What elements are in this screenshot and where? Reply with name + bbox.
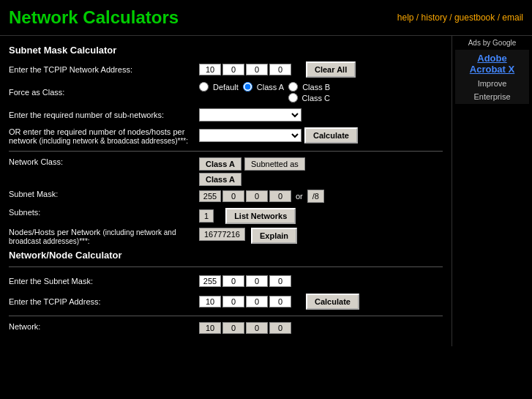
nn-subnet-octet1[interactable] <box>199 275 221 287</box>
nodes-hosts-result-row: Nodes/Hosts per Network (including netwo… <box>9 228 443 245</box>
ads-product-desc2: Enterprise <box>458 92 526 101</box>
subnet-octet2[interactable] <box>222 190 244 202</box>
class-default-radio[interactable] <box>199 82 209 92</box>
subnet-octet4[interactable] <box>269 190 291 202</box>
subnets-value: 1 <box>199 209 214 223</box>
network-class-value-row1: Class A Subnetted as <box>199 157 305 171</box>
app-title: Network Calculators <box>9 7 179 28</box>
network-class-value-row2: Class A <box>199 173 305 186</box>
net-octet4[interactable] <box>269 322 291 334</box>
calculate-button-nn[interactable]: Calculate <box>306 294 359 310</box>
subnet-octet1[interactable] <box>199 190 221 202</box>
history-link[interactable]: history <box>422 12 447 23</box>
class-radio-row2: Class C <box>199 93 330 102</box>
tcpip-octet3[interactable] <box>246 64 268 75</box>
force-class-label: Force as Class: <box>9 88 199 97</box>
tcpip-address-inputs <box>199 64 291 75</box>
header-nav: help / history / guestbook / email <box>397 12 523 23</box>
enter-tcpip-address-row: Enter the TCPIP Address: Calculate <box>9 294 443 310</box>
nn-subnet-octet2[interactable] <box>222 275 244 287</box>
tcpip-octet2[interactable] <box>222 64 244 75</box>
result-actions: List Networks <box>225 208 296 224</box>
main-container: Subnet Mask Calculator Enter the TCPIP N… <box>0 36 532 346</box>
help-link[interactable]: help <box>397 12 414 23</box>
network-class-label: Network Class: <box>9 157 199 166</box>
enter-subnet-mask-inputs <box>199 275 291 287</box>
net-octet1[interactable] <box>199 322 221 334</box>
network-result-inputs <box>199 322 291 334</box>
subnets-result-label: Subnets: <box>9 208 199 217</box>
enter-tcpip-address-inputs <box>199 296 291 307</box>
list-networks-button[interactable]: List Networks <box>225 208 296 224</box>
ads-content: AdobeAcrobat X Improve Enterprise <box>455 50 529 104</box>
enter-tcpip-address-label: Enter the TCPIP Address: <box>9 297 199 306</box>
force-class-row: Force as Class: Default Class A Class B … <box>9 82 443 102</box>
email-link[interactable]: email <box>502 12 523 23</box>
class-c-label: Class C <box>302 94 331 102</box>
nn-tcpip-octet3[interactable] <box>246 296 268 307</box>
class-default-label: Default <box>213 83 239 92</box>
nn-tcpip-octet4[interactable] <box>269 296 291 307</box>
tcpip-octet1[interactable] <box>199 64 221 75</box>
guestbook-link[interactable]: guestbook <box>454 12 495 23</box>
header: Network Calculators help / history / gue… <box>0 0 532 36</box>
tcpip-address-label: Enter the TCPIP Network Address: <box>9 65 199 74</box>
nodes-row: OR enter the required number of nodes/ho… <box>9 127 443 145</box>
net-octet2[interactable] <box>222 322 244 334</box>
sidebar: Ads by Google AdobeAcrobat X Improve Ent… <box>452 36 532 346</box>
subnets-select[interactable] <box>199 108 301 122</box>
explain-button[interactable]: Explain <box>251 228 297 244</box>
subnet-mask-inputs: or /8 <box>199 190 324 203</box>
clear-all-button[interactable]: Clear All <box>306 61 356 78</box>
nodes-hosts-result-label: Nodes/Hosts per Network (including netwo… <box>9 228 199 245</box>
nn-tcpip-octet1[interactable] <box>199 296 221 307</box>
subnets-row: Enter the required number of sub-network… <box>9 107 443 123</box>
nodes-hosts-value: 16777216 <box>199 228 245 241</box>
class-b-label: Class B <box>302 83 330 92</box>
nn-subnet-octet4[interactable] <box>269 275 291 287</box>
network-class-value1: Class A <box>199 157 241 171</box>
subnetted-as-label: Subnetted as <box>244 157 305 171</box>
network-class-result: Class A Subnetted as Class A <box>199 157 305 186</box>
subnet-octet3[interactable] <box>246 190 268 202</box>
divider2 <box>9 266 443 267</box>
class-c-radio[interactable] <box>288 93 298 102</box>
network-result-label: Network: <box>9 322 199 331</box>
class-a-label: Class A <box>257 83 284 92</box>
divider3 <box>9 316 443 316</box>
calculate-button-top[interactable]: Calculate <box>304 127 358 143</box>
enter-subnet-mask-row: Enter the Subnet Mask: <box>9 273 443 289</box>
class-a-radio[interactable] <box>243 82 252 92</box>
divider1 <box>9 151 443 152</box>
tcpip-octet4[interactable] <box>269 64 291 75</box>
subnet-mask-result-label: Subnet Mask: <box>9 190 199 198</box>
subnets-result-row: Subnets: 1 List Networks <box>9 208 443 224</box>
ads-product-link[interactable]: AdobeAcrobat X <box>458 53 526 75</box>
network-result-row: Network: <box>9 322 443 337</box>
nn-subnet-octet3[interactable] <box>246 275 268 287</box>
class-radio-group: Default Class A Class B Class C <box>199 82 330 102</box>
class-radio-row1: Default Class A Class B <box>199 82 330 92</box>
content-area: Subnet Mask Calculator Enter the TCPIP N… <box>0 36 452 346</box>
network-class-row: Network Class: Class A Subnetted as Clas… <box>9 157 443 186</box>
class-b-radio[interactable] <box>288 82 298 92</box>
enter-subnet-mask-label: Enter the Subnet Mask: <box>9 277 199 286</box>
network-node-title: Network/Node Calculator <box>9 250 443 261</box>
nodes-select[interactable] <box>199 129 301 142</box>
net-octet3[interactable] <box>246 322 268 334</box>
tcpip-address-row: Enter the TCPIP Network Address: Clear A… <box>9 61 443 78</box>
nodes-label: OR enter the required number of nodes/ho… <box>9 127 199 145</box>
cidr-value: /8 <box>307 190 324 203</box>
subnet-mask-result-row: Subnet Mask: or /8 <box>9 190 443 204</box>
or-label: or <box>296 192 303 201</box>
network-class-value2: Class A <box>199 173 241 186</box>
ads-label: Ads by Google <box>455 39 529 47</box>
explain-actions: Explain <box>251 228 297 244</box>
ads-product-desc1: Improve <box>458 79 526 88</box>
subnets-label: Enter the required number of sub-network… <box>9 111 199 119</box>
subnet-mask-title: Subnet Mask Calculator <box>9 45 443 56</box>
nn-tcpip-octet2[interactable] <box>222 296 244 307</box>
